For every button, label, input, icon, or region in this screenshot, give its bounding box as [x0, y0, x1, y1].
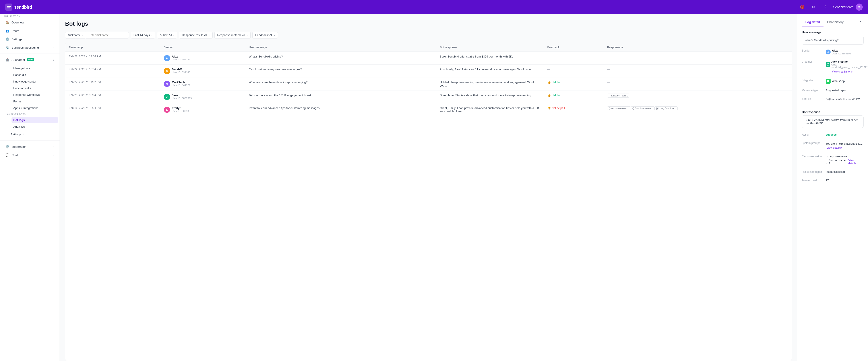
table-row[interactable]: Feb 22, 2023 at 12:34 PMAAlexUser ID: 29… — [65, 52, 792, 65]
sender-avatar: J — [164, 94, 170, 100]
result-row: Result success — [802, 132, 864, 137]
aibot-chevron-icon: ▾ — [173, 34, 174, 36]
resp-method-2-icon: { } — [826, 159, 828, 165]
sidebar-item-response-workflows[interactable]: Response workflows — [11, 92, 58, 98]
result-label: Result — [802, 133, 824, 136]
tab-chat-history[interactable]: Chat history — [824, 18, 847, 27]
team-selector[interactable]: Sendbird team S — [833, 4, 863, 11]
date-chevron-icon: ▾ — [151, 34, 152, 36]
sender-userid: User ID: 5859599 — [832, 52, 851, 55]
sidebar-item-bot-logs[interactable]: Bot logs — [11, 117, 58, 123]
feedback-chevron-icon: ▾ — [274, 34, 275, 36]
sidebar-item-analytics[interactable]: Analytics — [11, 124, 58, 130]
date-range-filter[interactable]: Last 14 days ▾ — [131, 32, 155, 38]
cell-feedback: — — [544, 65, 603, 77]
channel-icon — [826, 62, 830, 67]
channel-value: Alex channel URL: sendbird_group_channel… — [826, 60, 868, 73]
sidebar-item-knowledge-center[interactable]: Knowledge center — [11, 78, 58, 85]
sender-name: Jane — [172, 94, 192, 97]
logo-icon — [5, 4, 12, 11]
cell-bot-response: Absolutely, Sarah! You can fully persona… — [436, 65, 544, 77]
gift-icon: 🎁 — [800, 5, 804, 9]
sidebar-item-forms[interactable]: Forms — [11, 98, 58, 105]
chatbot-icon: 🤖 — [5, 58, 9, 62]
tokens-used-label: Tokens used — [802, 179, 824, 182]
svg-rect-0 — [5, 4, 12, 11]
system-prompt-value: You are a helpful assistant. lo... View … — [826, 141, 864, 150]
system-prompt-view-link[interactable]: View details › — [827, 146, 842, 149]
cell-sender: SSarahMUser ID: 332145 — [160, 65, 245, 77]
detail-content: User message What's Sendbird's pricing? … — [797, 27, 868, 186]
sender-avatar: A — [826, 50, 831, 55]
col-feedback: Feedback — [544, 43, 603, 52]
response-result-filter[interactable]: Response result: All ▾ — [179, 32, 213, 38]
close-button[interactable]: × — [857, 19, 864, 25]
cell-user-message: Tell me more about the 131% engagement b… — [245, 91, 436, 103]
user-message-title: User message — [802, 31, 864, 34]
cell-sender: EEmilyRUser ID: 000933 — [160, 103, 245, 117]
table-row[interactable]: Feb 16, 2023 at 12:34 PMEEmilyRUser ID: … — [65, 103, 792, 117]
nickname-input[interactable] — [86, 32, 129, 38]
table-row[interactable]: Feb 21, 2023 at 10:04 PMJJaneUser ID: 58… — [65, 91, 792, 103]
sidebar-item-settings[interactable]: ⚙️ Settings — [2, 35, 58, 43]
logo-text: sendbird — [14, 5, 32, 10]
mail-icon-button[interactable]: ✉ — [810, 4, 817, 11]
cell-timestamp: Feb 16, 2023 at 12:34 PM — [65, 103, 160, 117]
sidebar-item-users[interactable]: 👥 Users — [2, 27, 58, 35]
gift-icon-button[interactable]: 🎁 — [799, 4, 806, 11]
sent-on-value: Aug 17, 2023 at 7:12:34 PM — [826, 97, 864, 100]
sidebar-item-ai-chatbot[interactable]: 🤖 AI chatbot NEW ∨ — [2, 56, 58, 64]
analyze-bots-label: Analyze bots — [5, 111, 60, 117]
detail-panel: Log detail Chat history × User message W… — [797, 14, 868, 361]
avatar: S — [856, 4, 863, 11]
sidebar-item-bot-studio[interactable]: Bot studio — [11, 72, 58, 78]
response-method-view-link[interactable]: View details › — [848, 159, 864, 165]
cell-response-method: — — [603, 65, 792, 77]
settings-icon: ⚙️ — [5, 37, 9, 41]
tokens-used-row: Tokens used 128 — [802, 178, 864, 183]
tab-log-detail[interactable]: Log detail — [802, 18, 824, 27]
sidebar-item-settings-link[interactable]: Settings ↗ — [9, 131, 58, 138]
sidebar-item-chat[interactable]: 💬 Chat › — [2, 151, 58, 159]
sidebar-item-manage-bots[interactable]: Manage bots — [11, 65, 58, 71]
view-chat-history-link[interactable]: View chat history › — [832, 70, 854, 73]
channel-row: Channel Alex channel URL: sendbird_group… — [802, 59, 864, 74]
moderation-chevron-icon: › — [53, 145, 54, 148]
tokens-used-value: 128 — [826, 179, 864, 182]
cell-timestamp: Feb 22, 2023 at 16:34 PM — [65, 65, 160, 77]
response-method-filter[interactable]: Response method: All ▾ — [214, 32, 250, 38]
cell-timestamp: Feb 21, 2023 at 10:04 PM — [65, 91, 160, 103]
col-user-message: User message — [245, 43, 436, 52]
whatsapp-icon — [826, 79, 831, 84]
user-message-box: What's Sendbird's pricing? — [802, 36, 864, 45]
integration-row: Integration WhatsApp — [802, 78, 864, 85]
bot-response-section: Bot response Sure, Sendbird offer startr… — [802, 110, 864, 129]
sidebar-item-business-messaging[interactable]: 📡 Business Messaging › — [2, 43, 58, 52]
sender-avatar: M — [164, 81, 170, 87]
filters-row: Nickname ▾ Last 14 days ▾ AI bot: All ▾ … — [65, 32, 792, 38]
nickname-filter[interactable]: Nickname ▾ — [65, 32, 86, 38]
sidebar-item-overview[interactable]: 🏠 Overview — [2, 19, 58, 26]
sidebar-item-function-calls[interactable]: Function calls — [11, 85, 58, 91]
sender-name: EmilyR — [172, 106, 190, 110]
sidebar-item-moderation[interactable]: 🛡️ Moderation › — [2, 143, 58, 151]
help-icon-button[interactable]: ? — [822, 4, 829, 11]
sidebar-item-apps-integrations[interactable]: Apps & Integrations — [11, 105, 58, 111]
arrow-icon3: › — [863, 160, 864, 163]
ai-bot-filter[interactable]: AI bot: All ▾ — [157, 32, 177, 38]
top-nav-right: 🎁 ✉ ? Sendbird team S — [799, 4, 863, 11]
detail-tabs: Log detail Chat history — [802, 18, 847, 27]
logo[interactable]: sendbird — [5, 4, 32, 11]
chat-icon: 💬 — [5, 153, 9, 157]
message-type-label: Message type — [802, 89, 824, 92]
table-row[interactable]: Feb 22, 2023 at 16:34 PMSSarahMUser ID: … — [65, 65, 792, 77]
feedback-filter[interactable]: Feedback: All ▾ — [252, 32, 278, 38]
message-type-value: Suggested reply — [826, 89, 864, 92]
cell-user-message: Can I customize my welcome messages? — [245, 65, 436, 77]
cell-sender: JJaneUser ID: 5859599 — [160, 91, 245, 103]
home-icon: 🏠 — [5, 20, 9, 24]
table-row[interactable]: Feb 22, 2023 at 11:32 PMMMarkTechUser ID… — [65, 77, 792, 91]
help-icon: ? — [824, 5, 826, 9]
sidebar-section-label: APPLICATION — [0, 14, 24, 20]
sender-value: A Alex User ID: 5859599 — [826, 49, 864, 55]
